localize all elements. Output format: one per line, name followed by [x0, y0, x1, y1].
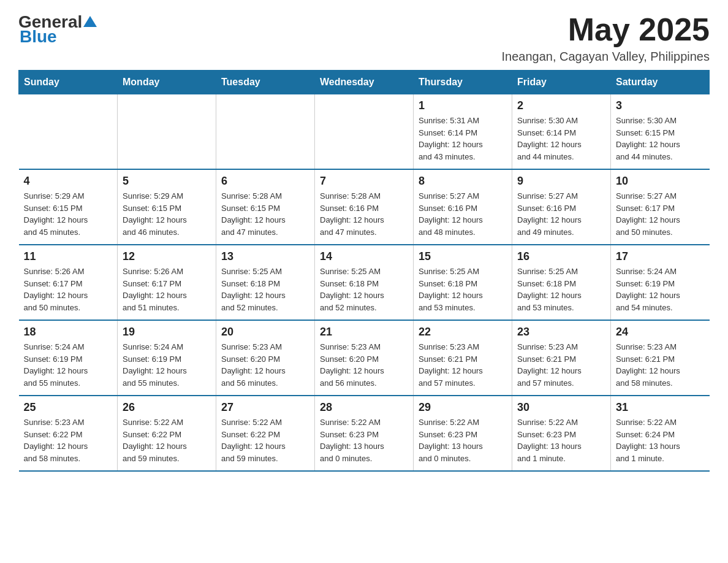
- day-number: 27: [221, 401, 309, 414]
- logo: General Blue: [18, 12, 97, 47]
- day-info: Sunrise: 5:23 AMSunset: 6:22 PMDaylight:…: [24, 416, 113, 464]
- day-number: 31: [616, 401, 705, 414]
- day-info: Sunrise: 5:30 AMSunset: 6:14 PMDaylight:…: [517, 115, 605, 163]
- day-number: 22: [419, 326, 507, 339]
- logo-text-blue: Blue: [20, 27, 57, 47]
- day-number: 15: [419, 250, 507, 263]
- calendar-cell: 31Sunrise: 5:22 AMSunset: 6:24 PMDayligh…: [611, 396, 710, 471]
- day-number: 12: [123, 250, 211, 263]
- day-number: 13: [221, 250, 309, 263]
- calendar-cell: 16Sunrise: 5:25 AMSunset: 6:18 PMDayligh…: [512, 245, 611, 320]
- calendar-cell: 9Sunrise: 5:27 AMSunset: 6:16 PMDaylight…: [512, 169, 611, 245]
- day-info: Sunrise: 5:22 AMSunset: 6:22 PMDaylight:…: [123, 416, 211, 464]
- day-info: Sunrise: 5:29 AMSunset: 6:15 PMDaylight:…: [123, 190, 211, 238]
- week-row-4: 18Sunrise: 5:24 AMSunset: 6:19 PMDayligh…: [19, 320, 710, 396]
- day-number: 21: [320, 326, 408, 339]
- day-info: Sunrise: 5:22 AMSunset: 6:24 PMDaylight:…: [616, 416, 705, 464]
- day-info: Sunrise: 5:30 AMSunset: 6:15 PMDaylight:…: [616, 115, 705, 163]
- day-number: 20: [221, 326, 309, 339]
- calendar-cell: [19, 94, 118, 170]
- header-saturday: Saturday: [611, 71, 710, 94]
- day-number: 6: [221, 175, 309, 188]
- day-info: Sunrise: 5:25 AMSunset: 6:18 PMDaylight:…: [517, 266, 605, 313]
- calendar-cell: 7Sunrise: 5:28 AMSunset: 6:16 PMDaylight…: [315, 169, 414, 245]
- day-info: Sunrise: 5:23 AMSunset: 6:20 PMDaylight:…: [320, 341, 408, 389]
- day-number: 4: [24, 175, 113, 188]
- calendar-cell: 19Sunrise: 5:24 AMSunset: 6:19 PMDayligh…: [118, 320, 216, 396]
- week-row-3: 11Sunrise: 5:26 AMSunset: 6:17 PMDayligh…: [19, 245, 710, 320]
- calendar-cell: 10Sunrise: 5:27 AMSunset: 6:17 PMDayligh…: [611, 169, 710, 245]
- calendar-cell: 15Sunrise: 5:25 AMSunset: 6:18 PMDayligh…: [414, 245, 512, 320]
- calendar-cell: 21Sunrise: 5:23 AMSunset: 6:20 PMDayligh…: [315, 320, 414, 396]
- calendar-cell: 8Sunrise: 5:27 AMSunset: 6:16 PMDaylight…: [414, 169, 512, 245]
- day-info: Sunrise: 5:27 AMSunset: 6:17 PMDaylight:…: [616, 190, 705, 238]
- calendar-cell: [315, 94, 414, 170]
- day-number: 8: [419, 175, 507, 188]
- day-number: 7: [320, 175, 408, 188]
- header-sunday: Sunday: [19, 71, 118, 94]
- calendar-cell: 12Sunrise: 5:26 AMSunset: 6:17 PMDayligh…: [118, 245, 216, 320]
- day-info: Sunrise: 5:31 AMSunset: 6:14 PMDaylight:…: [419, 115, 507, 163]
- day-number: 10: [616, 175, 705, 188]
- calendar-cell: 3Sunrise: 5:30 AMSunset: 6:15 PMDaylight…: [611, 94, 710, 170]
- day-number: 29: [419, 401, 507, 414]
- calendar-cell: 29Sunrise: 5:22 AMSunset: 6:23 PMDayligh…: [414, 396, 512, 471]
- calendar-cell: 30Sunrise: 5:22 AMSunset: 6:23 PMDayligh…: [512, 396, 611, 471]
- day-number: 5: [123, 175, 211, 188]
- day-number: 3: [616, 99, 705, 112]
- day-header-row: SundayMondayTuesdayWednesdayThursdayFrid…: [19, 71, 710, 94]
- calendar-cell: [118, 94, 216, 170]
- title-section: May 2025 Ineangan, Cagayan Valley, Phili…: [502, 12, 710, 64]
- calendar-cell: 2Sunrise: 5:30 AMSunset: 6:14 PMDaylight…: [512, 94, 611, 170]
- week-row-5: 25Sunrise: 5:23 AMSunset: 6:22 PMDayligh…: [19, 396, 710, 471]
- calendar-cell: 23Sunrise: 5:23 AMSunset: 6:21 PMDayligh…: [512, 320, 611, 396]
- header-friday: Friday: [512, 71, 611, 94]
- calendar-cell: 17Sunrise: 5:24 AMSunset: 6:19 PMDayligh…: [611, 245, 710, 320]
- day-info: Sunrise: 5:25 AMSunset: 6:18 PMDaylight:…: [221, 266, 309, 313]
- day-info: Sunrise: 5:28 AMSunset: 6:16 PMDaylight:…: [320, 190, 408, 238]
- day-info: Sunrise: 5:26 AMSunset: 6:17 PMDaylight:…: [123, 266, 211, 313]
- day-number: 2: [517, 99, 605, 112]
- day-number: 23: [517, 326, 605, 339]
- day-info: Sunrise: 5:24 AMSunset: 6:19 PMDaylight:…: [24, 341, 113, 389]
- day-number: 28: [320, 401, 408, 414]
- calendar-cell: 20Sunrise: 5:23 AMSunset: 6:20 PMDayligh…: [216, 320, 315, 396]
- calendar-cell: 26Sunrise: 5:22 AMSunset: 6:22 PMDayligh…: [118, 396, 216, 471]
- day-info: Sunrise: 5:23 AMSunset: 6:21 PMDaylight:…: [517, 341, 605, 389]
- calendar-cell: 27Sunrise: 5:22 AMSunset: 6:22 PMDayligh…: [216, 396, 315, 471]
- calendar-cell: 14Sunrise: 5:25 AMSunset: 6:18 PMDayligh…: [315, 245, 414, 320]
- calendar-cell: 4Sunrise: 5:29 AMSunset: 6:15 PMDaylight…: [19, 169, 118, 245]
- header-thursday: Thursday: [414, 71, 512, 94]
- day-number: 9: [517, 175, 605, 188]
- day-number: 17: [616, 250, 705, 263]
- day-info: Sunrise: 5:28 AMSunset: 6:15 PMDaylight:…: [221, 190, 309, 238]
- calendar-body: 1Sunrise: 5:31 AMSunset: 6:14 PMDaylight…: [19, 94, 710, 472]
- calendar-cell: 24Sunrise: 5:23 AMSunset: 6:21 PMDayligh…: [611, 320, 710, 396]
- day-number: 24: [616, 326, 705, 339]
- header-monday: Monday: [118, 71, 216, 94]
- day-info: Sunrise: 5:23 AMSunset: 6:21 PMDaylight:…: [616, 341, 705, 389]
- calendar-cell: 18Sunrise: 5:24 AMSunset: 6:19 PMDayligh…: [19, 320, 118, 396]
- day-info: Sunrise: 5:25 AMSunset: 6:18 PMDaylight:…: [419, 266, 507, 313]
- day-number: 19: [123, 326, 211, 339]
- calendar-cell: 5Sunrise: 5:29 AMSunset: 6:15 PMDaylight…: [118, 169, 216, 245]
- day-info: Sunrise: 5:27 AMSunset: 6:16 PMDaylight:…: [517, 190, 605, 238]
- page-header: General Blue May 2025 Ineangan, Cagayan …: [18, 12, 710, 64]
- calendar-cell: 1Sunrise: 5:31 AMSunset: 6:14 PMDaylight…: [414, 94, 512, 170]
- calendar-cell: 11Sunrise: 5:26 AMSunset: 6:17 PMDayligh…: [19, 245, 118, 320]
- day-number: 14: [320, 250, 408, 263]
- calendar-header: SundayMondayTuesdayWednesdayThursdayFrid…: [19, 71, 710, 94]
- calendar-cell: 6Sunrise: 5:28 AMSunset: 6:15 PMDaylight…: [216, 169, 315, 245]
- calendar-cell: 25Sunrise: 5:23 AMSunset: 6:22 PMDayligh…: [19, 396, 118, 471]
- header-tuesday: Tuesday: [216, 71, 315, 94]
- day-info: Sunrise: 5:22 AMSunset: 6:23 PMDaylight:…: [320, 416, 408, 464]
- day-number: 16: [517, 250, 605, 263]
- day-number: 18: [24, 326, 113, 339]
- day-number: 25: [24, 401, 113, 414]
- day-number: 11: [24, 250, 113, 263]
- day-info: Sunrise: 5:27 AMSunset: 6:16 PMDaylight:…: [419, 190, 507, 238]
- day-info: Sunrise: 5:29 AMSunset: 6:15 PMDaylight:…: [24, 190, 113, 238]
- day-number: 1: [419, 99, 507, 112]
- calendar-cell: [216, 94, 315, 170]
- day-info: Sunrise: 5:24 AMSunset: 6:19 PMDaylight:…: [616, 266, 705, 313]
